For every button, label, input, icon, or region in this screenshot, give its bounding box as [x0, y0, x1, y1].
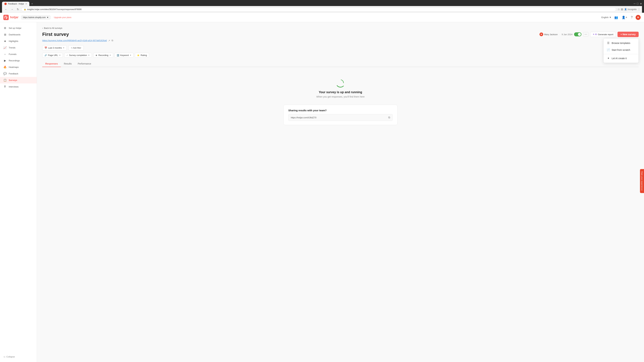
add-filter-label: + Add filter	[71, 46, 81, 49]
sidebar-heatmaps-label: Heatmaps	[9, 66, 18, 68]
rate-experience-tab[interactable]: Rate your experience	[640, 169, 644, 193]
sharing-card: Sharing results with your team? https://…	[284, 105, 398, 125]
sidebar-item-setup[interactable]: ⚙ Set up Hotjar	[0, 25, 37, 31]
lock-icon: 🔒	[24, 8, 26, 10]
site-selector[interactable]: https://admin.shopify.com ▼	[21, 15, 50, 19]
sidebar-item-dashboards[interactable]: ⊞ Dashboards	[0, 31, 37, 38]
back-button[interactable]: ←	[4, 7, 8, 11]
back-link-label: Back to All surveys	[44, 27, 62, 29]
language-selector[interactable]: English ▼	[602, 16, 612, 18]
filter-tag-rating[interactable]: ⭐ Rating	[135, 53, 149, 58]
tabs-row: Responses Results Performance	[42, 61, 639, 67]
collapse-button[interactable]: ◁ Collapse	[0, 354, 37, 360]
maximize-icon[interactable]: □	[637, 2, 638, 5]
header-meta: M Mary Jackson · 9 Jan 2024 ⋯ ✦ AI Gener…	[540, 32, 639, 37]
page-header: First survey M Mary Jackson · 9 Jan 2024…	[42, 32, 639, 37]
dropdown-browse-templates[interactable]: ☰ Browse templates	[604, 39, 638, 46]
keyword-icon: 🔤	[117, 54, 119, 56]
empty-title: Your survey is up and running	[319, 90, 362, 94]
extensions-icon[interactable]: ⊞	[621, 8, 623, 11]
language-label: English	[602, 16, 608, 18]
user-avatar: M	[540, 32, 543, 36]
new-survey-label: + New survey	[620, 33, 636, 36]
sidebar-item-interviews[interactable]: 🎙 Interviews	[0, 83, 37, 90]
profile-icon[interactable]: 👤Incognito	[624, 8, 636, 11]
header-actions: English ▼ 👥 👤+ ? M	[602, 15, 641, 20]
sidebar-item-highlights[interactable]: ★ Highlights	[0, 38, 37, 44]
generate-report-button[interactable]: ✦ AI Generate report	[590, 32, 616, 37]
logo-text: hotjar	[10, 15, 18, 19]
survey-url-link[interactable]: https://surveys.hotjar.com/f480db40-ae2f…	[42, 39, 107, 42]
user-name: Mary Jackson	[544, 33, 558, 36]
users-icon[interactable]: 👥	[614, 15, 619, 20]
setup-icon: ⚙	[3, 26, 7, 30]
sidebar-recordings-label: Recordings	[9, 59, 20, 62]
back-link[interactable]: ‹ Back to All surveys	[42, 27, 639, 29]
sidebar-item-feedback[interactable]: 💬 Feedback	[0, 70, 37, 77]
filter-keyword-label: Keyword	[120, 54, 129, 56]
upgrade-link[interactable]: Upgrade your plans	[54, 16, 72, 18]
add-user-icon[interactable]: 👤+	[621, 15, 628, 20]
site-dropdown-icon: ▼	[46, 16, 49, 18]
avatar[interactable]: M	[636, 15, 641, 20]
filter-tag-page-url[interactable]: 🔗 Page URL ▼	[42, 53, 63, 58]
recording-icon: ⏺	[96, 54, 98, 56]
help-icon[interactable]: ?	[630, 15, 633, 20]
sidebar-item-trends[interactable]: 📈 Trends	[0, 44, 37, 51]
filter-tag-recording[interactable]: ⏺ Recording ▼	[93, 53, 113, 58]
new-survey-dropdown: ☰ Browse templates 📄 Start from scratch …	[604, 38, 639, 63]
tab-favicon	[4, 3, 7, 5]
sidebar-interviews-label: Interviews	[9, 85, 18, 88]
recordings-icon: ▶	[3, 59, 7, 62]
trends-icon: 📈	[3, 46, 7, 49]
survey-completion-chevron-icon: ▼	[88, 54, 90, 56]
interviews-icon: 🎙	[3, 85, 7, 88]
add-filter-button[interactable]: + Add filter	[68, 45, 84, 50]
address-bar[interactable]: 🔒 insights.hotjar.com/sites/3818347/surv…	[21, 7, 616, 11]
new-tab-button[interactable]: +	[30, 1, 34, 6]
new-survey-wrapper: + New survey ☰ Browse templates 📄 Start …	[618, 32, 639, 37]
active-tab[interactable]: Feedback - Hotjar ✕	[2, 2, 29, 6]
generate-report-label: Generate report	[598, 33, 613, 36]
sidebar-surveys-label: Surveys	[9, 79, 17, 81]
refresh-button[interactable]: ↻	[16, 7, 20, 11]
calendar-icon: 📅	[44, 46, 47, 49]
sharing-url-row: https://hotjar.com/l/J6dZ70 ⧉	[288, 114, 392, 121]
dropdown-start-scratch[interactable]: 📄 Start from scratch	[604, 46, 638, 53]
tab-close-icon[interactable]: ✕	[25, 3, 27, 5]
sidebar-bottom: ◁ Collapse	[0, 354, 37, 360]
collapse-icon: ◁	[3, 356, 5, 358]
sidebar-item-recordings[interactable]: ▶ Recordings	[0, 57, 37, 64]
dropdown-let-ai-create[interactable]: ✦ Let AI create it	[604, 55, 638, 62]
filter-recording-label: Recording	[98, 54, 108, 56]
tab-responses[interactable]: Responses	[42, 61, 61, 67]
sharing-title: Sharing results with your team?	[288, 109, 392, 112]
forward-button[interactable]: →	[10, 7, 14, 11]
bookmark-icon[interactable]: ☆	[618, 8, 620, 11]
tab-responses-label: Responses	[45, 62, 58, 65]
nav-actions: ☆ ⊞ 👤Incognito ⋮	[618, 8, 640, 11]
filter-rating-label: Rating	[140, 54, 147, 56]
sidebar-item-funnels[interactable]: ⬦ Funnels	[0, 51, 37, 57]
copy-sharing-url-button[interactable]: ⧉	[388, 116, 390, 119]
date-filter-button[interactable]: 📅 Last 3 months ▼	[42, 45, 67, 50]
minimize-icon[interactable]: ─	[634, 2, 636, 5]
filter-tag-survey-completion[interactable]: ✓ Survey completion ▼	[64, 53, 92, 58]
meta-separator: ·	[559, 33, 560, 36]
filter-tag-keyword[interactable]: 🔤 Keyword ▼	[114, 53, 134, 58]
sidebar-item-heatmaps[interactable]: 🔥 Heatmaps	[0, 64, 37, 70]
external-link-icon[interactable]: ↗	[108, 39, 110, 42]
filter-tags-row: 🔗 Page URL ▼ ✓ Survey completion ▼ ⏺ Rec…	[42, 53, 639, 58]
hotjar-logo: hotjar	[3, 15, 18, 20]
copy-url-icon[interactable]: ⧉	[112, 39, 113, 42]
close-icon[interactable]: ✕	[640, 2, 642, 5]
tab-performance[interactable]: Performance	[75, 61, 94, 67]
completion-icon: ✓	[66, 54, 68, 56]
new-survey-button[interactable]: + New survey	[618, 32, 639, 37]
more-options-button[interactable]: ⋯	[583, 32, 588, 37]
sidebar-item-surveys[interactable]: 📋 Surveys	[0, 77, 37, 83]
ai-icon: ✦ AI	[593, 33, 597, 35]
menu-icon[interactable]: ⋮	[638, 8, 640, 11]
tab-results[interactable]: Results	[61, 61, 75, 67]
active-toggle[interactable]	[574, 32, 582, 36]
